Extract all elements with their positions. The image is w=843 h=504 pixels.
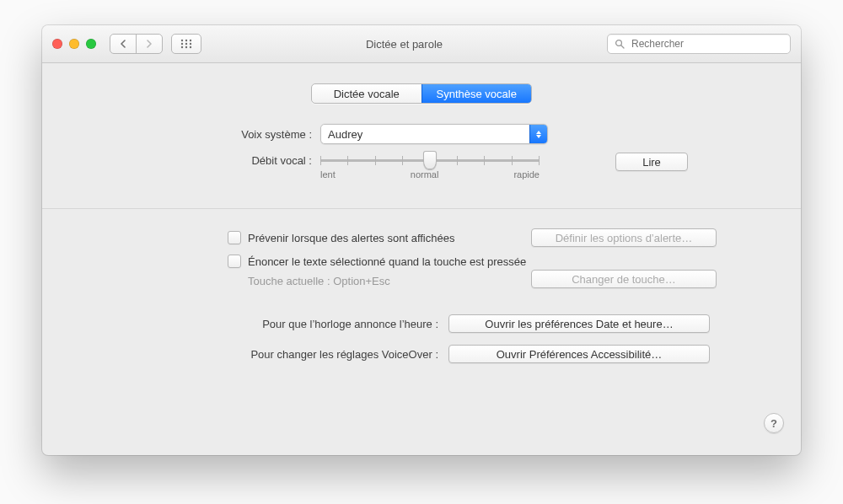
rate-slider[interactable]: lent normal rapide (320, 153, 540, 186)
alerts-checkbox[interactable] (228, 231, 241, 244)
forward-button[interactable] (136, 35, 162, 53)
content: Dictée vocale Synthèse vocale Voix systè… (42, 63, 801, 390)
tab-control: Dictée vocale Synthèse vocale (311, 83, 532, 104)
rate-fast-label: rapide (513, 169, 540, 180)
open-accessibility-button[interactable]: Ouvrir Préférences Accessibilité… (448, 345, 710, 363)
search-input[interactable] (630, 37, 783, 51)
clock-label: Pour que l’horloge annonce l’heure : (202, 318, 438, 330)
rate-normal-label: normal (411, 169, 439, 180)
svg-point-0 (181, 40, 183, 41)
slider-knob[interactable] (423, 151, 437, 169)
svg-point-7 (185, 46, 187, 48)
current-key-value: Option+Esc (333, 275, 390, 287)
change-key-button[interactable]: Changer de touche… (531, 270, 717, 288)
voice-label: Voix système : (76, 128, 320, 141)
slider-labels: lent normal rapide (320, 169, 540, 180)
search-icon (615, 39, 625, 49)
back-button[interactable] (110, 35, 136, 53)
rate-slow-label: lent (320, 169, 336, 180)
speak-selection-checkbox-row: Énoncer le texte sélectionné quand la to… (228, 255, 767, 268)
search-field[interactable] (607, 34, 791, 54)
minimize-window-button[interactable] (69, 39, 79, 49)
svg-point-8 (190, 46, 191, 48)
svg-point-6 (181, 46, 183, 48)
popup-arrows-icon (529, 125, 547, 143)
preferences-window: Dictée et parole Dictée vocale Synthèse … (42, 25, 801, 455)
svg-point-4 (185, 43, 187, 45)
window-controls (52, 39, 101, 49)
chevron-right-icon (146, 40, 153, 48)
chevron-left-icon (120, 40, 126, 48)
speak-selection-checkbox[interactable] (228, 255, 241, 268)
alerts-checkbox-label: Prévenir lorsque des alertes sont affich… (248, 232, 454, 244)
voiceover-label: Pour changer les réglages VoiceOver : (202, 348, 438, 361)
section-divider (42, 208, 801, 209)
svg-line-10 (621, 46, 624, 48)
rate-label: Débit vocal : (76, 153, 320, 167)
speak-selection-checkbox-label: Énoncer le texte sélectionné quand la to… (248, 255, 526, 268)
open-date-time-button[interactable]: Ouvrir les préférences Date et heure… (448, 314, 710, 333)
voice-selected: Audrey (328, 128, 362, 141)
zoom-window-button[interactable] (86, 39, 96, 49)
toolbar: Dictée et parole (42, 25, 801, 63)
alert-options-button[interactable]: Définir les options d’alerte… (531, 228, 717, 247)
voice-popup[interactable]: Audrey (320, 124, 548, 144)
svg-point-3 (181, 43, 183, 45)
svg-point-1 (185, 40, 187, 41)
svg-point-2 (190, 40, 191, 41)
tab-dictation[interactable]: Dictée vocale (312, 84, 422, 103)
close-window-button[interactable] (52, 39, 62, 49)
help-button[interactable]: ? (764, 413, 784, 433)
nav-back-forward (110, 34, 163, 54)
play-button[interactable]: Lire (615, 153, 688, 171)
tab-tts[interactable]: Synthèse vocale (422, 84, 532, 103)
svg-point-5 (190, 43, 191, 45)
grid-icon (180, 39, 192, 49)
show-all-button[interactable] (171, 34, 201, 54)
current-key-label: Touche actuelle : (248, 275, 333, 287)
svg-point-9 (616, 40, 622, 46)
window-title: Dictée et parole (210, 38, 599, 51)
